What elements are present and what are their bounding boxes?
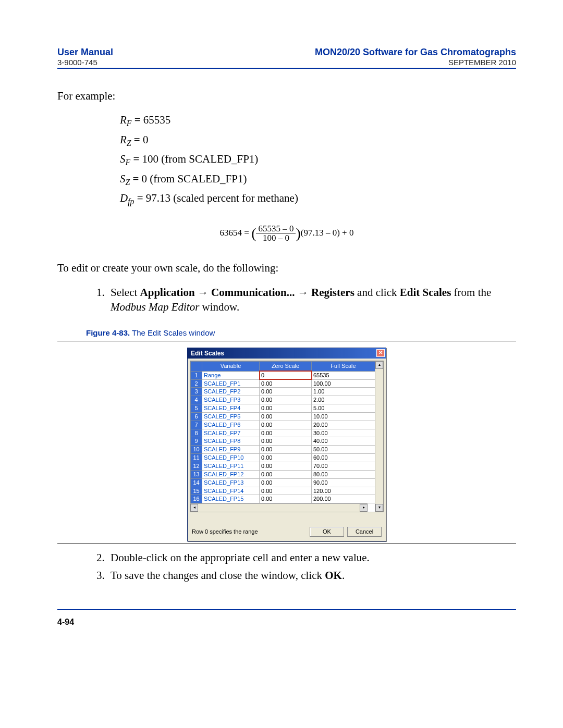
- row-number[interactable]: 15: [191, 487, 202, 495]
- col-variable[interactable]: Variable: [202, 361, 260, 371]
- row-number[interactable]: 3: [191, 388, 202, 396]
- cell-full-scale[interactable]: 90.00: [312, 478, 375, 487]
- row-number[interactable]: 14: [191, 478, 202, 487]
- cell-full-scale[interactable]: 10.00: [312, 412, 375, 421]
- cell-variable[interactable]: SCALED_FP1: [202, 379, 260, 388]
- cell-variable[interactable]: SCALED_FP7: [202, 429, 260, 437]
- horizontal-scrollbar[interactable]: ◂ ▸: [190, 503, 368, 512]
- cell-zero-scale[interactable]: 0.00: [260, 379, 312, 388]
- page-number: 4-94: [57, 618, 516, 627]
- cell-zero-scale[interactable]: 0.00: [260, 437, 312, 446]
- cell-zero-scale[interactable]: 0.00: [260, 429, 312, 437]
- cell-zero-scale[interactable]: 0.00: [260, 454, 312, 462]
- cell-variable[interactable]: SCALED_FP3: [202, 396, 260, 404]
- cell-variable[interactable]: SCALED_FP5: [202, 412, 260, 421]
- cell-full-scale[interactable]: 50.00: [312, 446, 375, 454]
- cell-zero-scale[interactable]: 0: [260, 371, 312, 379]
- cell-full-scale[interactable]: 30.00: [312, 429, 375, 437]
- cell-zero-scale[interactable]: 0.00: [260, 470, 312, 478]
- cell-zero-scale[interactable]: 0.00: [260, 421, 312, 429]
- cell-variable[interactable]: SCALED_FP12: [202, 470, 260, 478]
- cell-full-scale[interactable]: 100.00: [312, 379, 375, 388]
- row-number[interactable]: 7: [191, 421, 202, 429]
- table-row[interactable]: 6SCALED_FP50.0010.00: [191, 412, 375, 421]
- cell-variable[interactable]: SCALED_FP2: [202, 388, 260, 396]
- col-full-scale[interactable]: Full Scale: [312, 361, 375, 371]
- cell-zero-scale[interactable]: 0.00: [260, 478, 312, 487]
- cell-zero-scale[interactable]: 0.00: [260, 487, 312, 495]
- cell-full-scale[interactable]: 40.00: [312, 437, 375, 446]
- cell-zero-scale[interactable]: 0.00: [260, 396, 312, 404]
- table-row[interactable]: 13SCALED_FP120.0080.00: [191, 470, 375, 478]
- table-row[interactable]: 16SCALED_FP150.00200.00: [191, 495, 375, 503]
- col-zero-scale[interactable]: Zero Scale: [260, 361, 312, 371]
- cell-variable[interactable]: SCALED_FP11: [202, 462, 260, 470]
- scales-grid[interactable]: Variable Zero Scale Full Scale 1Range065…: [190, 361, 384, 513]
- cell-zero-scale[interactable]: 0.00: [260, 412, 312, 421]
- table-row[interactable]: 11SCALED_FP100.0060.00: [191, 454, 375, 462]
- cell-full-scale[interactable]: 2.00: [312, 396, 375, 404]
- row-number[interactable]: 6: [191, 412, 202, 421]
- cell-zero-scale[interactable]: 0.00: [260, 404, 312, 413]
- row-number[interactable]: 4: [191, 396, 202, 404]
- cell-variable[interactable]: SCALED_FP15: [202, 495, 260, 503]
- cell-full-scale[interactable]: 60.00: [312, 454, 375, 462]
- scroll-up-icon[interactable]: ▴: [375, 361, 383, 369]
- cell-full-scale[interactable]: 65535: [312, 371, 375, 379]
- table-row[interactable]: 7SCALED_FP60.0020.00: [191, 421, 375, 429]
- cell-zero-scale[interactable]: 0.00: [260, 388, 312, 396]
- table-row[interactable]: 9SCALED_FP80.0040.00: [191, 437, 375, 446]
- table-row[interactable]: 1Range065535: [191, 371, 375, 379]
- cell-full-scale[interactable]: 120.00: [312, 487, 375, 495]
- row-number[interactable]: 1: [191, 371, 202, 379]
- cell-variable[interactable]: SCALED_FP4: [202, 404, 260, 413]
- figure-caption: Figure 4-83. The Edit Scales window: [86, 328, 516, 338]
- grid-corner[interactable]: [191, 361, 202, 371]
- cell-variable[interactable]: SCALED_FP8: [202, 437, 260, 446]
- figure-rule-bottom: [57, 544, 516, 544]
- cell-variable[interactable]: SCALED_FP6: [202, 421, 260, 429]
- dialog-titlebar[interactable]: Edit Scales ✕: [188, 348, 386, 359]
- header-left-sub: 3-9000-745: [57, 58, 113, 67]
- cell-full-scale[interactable]: 20.00: [312, 421, 375, 429]
- row-number[interactable]: 9: [191, 437, 202, 446]
- scroll-left-icon[interactable]: ◂: [190, 504, 198, 512]
- cell-variable[interactable]: SCALED_FP14: [202, 487, 260, 495]
- table-row[interactable]: 14SCALED_FP130.0090.00: [191, 478, 375, 487]
- scroll-right-icon[interactable]: ▸: [360, 504, 368, 512]
- cell-zero-scale[interactable]: 0.00: [260, 462, 312, 470]
- cell-variable[interactable]: SCALED_FP10: [202, 454, 260, 462]
- scroll-down-icon[interactable]: ▾: [375, 504, 383, 512]
- cell-zero-scale[interactable]: 0.00: [260, 495, 312, 503]
- table-row[interactable]: 8SCALED_FP70.0030.00: [191, 429, 375, 437]
- cell-variable[interactable]: SCALED_FP9: [202, 446, 260, 454]
- edit-scales-dialog: Edit Scales ✕ Variable: [187, 348, 386, 542]
- row-number[interactable]: 12: [191, 462, 202, 470]
- ok-button[interactable]: OK: [310, 527, 344, 537]
- cell-variable[interactable]: SCALED_FP13: [202, 478, 260, 487]
- cancel-button[interactable]: Cancel: [347, 527, 382, 537]
- row-number[interactable]: 16: [191, 495, 202, 503]
- row-number[interactable]: 13: [191, 470, 202, 478]
- row-number[interactable]: 5: [191, 404, 202, 413]
- row-number[interactable]: 11: [191, 454, 202, 462]
- cell-full-scale[interactable]: 1.00: [312, 388, 375, 396]
- cell-full-scale[interactable]: 80.00: [312, 470, 375, 478]
- cell-full-scale[interactable]: 200.00: [312, 495, 375, 503]
- table-row[interactable]: 12SCALED_FP110.0070.00: [191, 462, 375, 470]
- table-row[interactable]: 10SCALED_FP90.0050.00: [191, 446, 375, 454]
- table-row[interactable]: 15SCALED_FP140.00120.00: [191, 487, 375, 495]
- cell-variable[interactable]: Range: [202, 371, 260, 379]
- table-row[interactable]: 4SCALED_FP30.002.00: [191, 396, 375, 404]
- table-row[interactable]: 3SCALED_FP20.001.00: [191, 388, 375, 396]
- close-icon[interactable]: ✕: [376, 349, 385, 357]
- table-row[interactable]: 2SCALED_FP10.00100.00: [191, 379, 375, 388]
- row-number[interactable]: 8: [191, 429, 202, 437]
- row-number[interactable]: 2: [191, 379, 202, 388]
- cell-full-scale[interactable]: 70.00: [312, 462, 375, 470]
- vertical-scrollbar[interactable]: ▴ ▾: [375, 361, 383, 512]
- cell-zero-scale[interactable]: 0.00: [260, 446, 312, 454]
- row-number[interactable]: 10: [191, 446, 202, 454]
- cell-full-scale[interactable]: 5.00: [312, 404, 375, 413]
- table-row[interactable]: 5SCALED_FP40.005.00: [191, 404, 375, 413]
